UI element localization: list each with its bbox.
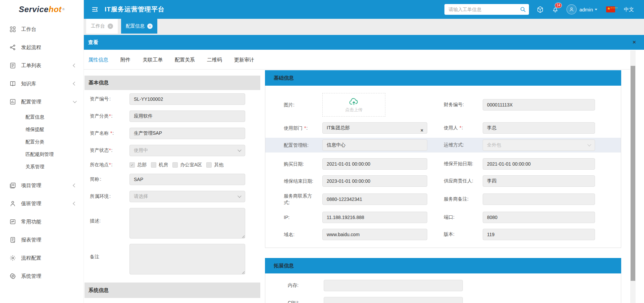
finance-no-input[interactable] [483, 99, 595, 111]
basic-info-panel: 基本信息 资产编号: 资产分类*: 资产名称 *: 资产状态*: 使用中 所在地… [85, 76, 260, 303]
asset-status-select[interactable]: 使用中 [129, 145, 245, 156]
field-row-ip-port: IP: 端口: [284, 212, 621, 223]
asset-class-input[interactable] [129, 111, 245, 122]
field-row-asset-no: 资产编号: [90, 93, 260, 105]
field-label: 财务编号 [444, 102, 463, 107]
buy-date-input[interactable] [322, 158, 427, 170]
close-tab-icon[interactable]: × [147, 24, 153, 29]
field-label: 运维方式 [444, 142, 463, 147]
remark-textarea[interactable] [129, 244, 245, 274]
field-label: 维保结束日期 [284, 178, 312, 184]
vertical-scrollbar-thumb[interactable] [631, 66, 635, 281]
sidebar-subitem-maintenance-reminder[interactable]: 维保提醒 [0, 123, 84, 136]
field-row-short-name: 简称: [90, 174, 260, 185]
tab-qr-code[interactable]: 二维码 [207, 57, 222, 69]
asset-name-input[interactable] [129, 128, 245, 139]
short-name-input[interactable] [129, 174, 245, 185]
cpu-input[interactable] [324, 297, 463, 303]
supplier-input[interactable] [483, 175, 595, 187]
field-label: 服务商备注 [444, 196, 467, 202]
tab-update-audit[interactable]: 更新审计 [234, 57, 254, 69]
field-label: 图片 [284, 102, 293, 107]
field-row-image-finance: 图片: 点击上传 财务编号: [284, 93, 621, 117]
memory-input[interactable] [324, 280, 463, 291]
apps-cube-icon[interactable] [536, 6, 544, 13]
sidebar-item-report-management[interactable]: 报表管理 [0, 231, 84, 249]
image-upload-button[interactable]: 点击上传 [322, 93, 385, 117]
use-dept-input[interactable] [322, 122, 427, 134]
tab-config-relations[interactable]: 配置关系 [175, 57, 195, 69]
sidebar-item-common-functions[interactable]: 常用功能 [0, 213, 84, 231]
sp-contact-input[interactable] [322, 193, 427, 205]
sidebar-subitem-match-rules[interactable]: 匹配规则管理 [0, 148, 84, 161]
ops-mode-select[interactable]: 全外包 [483, 139, 595, 151]
vertical-scrollbar-track[interactable] [630, 50, 636, 303]
language-switch[interactable]: 中文 [624, 6, 634, 13]
tab-attribute-info[interactable]: 属性信息 [88, 57, 108, 69]
checkbox-other[interactable] [206, 162, 212, 168]
location-checkbox-group: ✓ 总部 机房 办公室A区 其他 [129, 162, 228, 168]
maint-end-input[interactable] [322, 175, 427, 187]
basic-info-header: 基本信息 [85, 76, 260, 90]
field-label: 内存 [288, 283, 297, 288]
clear-icon[interactable]: × [421, 127, 423, 133]
sidebar-item-process-config[interactable]: 流程配置 [0, 249, 84, 267]
close-view-icon[interactable]: × [633, 39, 636, 46]
sidebar-subitem-relation-management[interactable]: 关系管理 [0, 161, 84, 173]
field-label: IP [284, 215, 288, 220]
sidebar-item-duty-management[interactable]: 值班管理 [0, 194, 84, 213]
asset-no-input[interactable] [129, 93, 245, 105]
description-textarea[interactable] [129, 208, 245, 239]
version-input[interactable] [483, 229, 595, 240]
sidebar-subitem-config-category[interactable]: 配置分类 [0, 136, 84, 148]
sidebar-item-start-process[interactable]: 发起流程 [0, 38, 84, 56]
domain-input[interactable] [322, 229, 427, 240]
sidebar-item-knowledge-base[interactable]: 知识库 [0, 75, 84, 93]
base-info-header: 基础信息 [265, 70, 621, 86]
tab-workbench[interactable]: 工作台 × [86, 19, 118, 34]
basic-info-form: 资产编号: 资产分类*: 资产名称 *: 资产状态*: 使用中 所在地点*: ✓… [85, 90, 260, 274]
caret-down-icon [595, 9, 597, 10]
environment-select[interactable]: 请选择 [129, 191, 245, 202]
field-label: 备注 [90, 254, 99, 259]
checkbox-server-room[interactable] [151, 162, 156, 168]
cfg-group-input[interactable] [322, 139, 427, 151]
search-input[interactable] [448, 7, 520, 12]
sidebar-item-system-management[interactable]: 系统管理 [0, 267, 84, 285]
close-tab-icon[interactable]: × [108, 24, 113, 29]
maint-start-input[interactable] [483, 158, 595, 170]
checkbox-hq[interactable]: ✓ [129, 162, 135, 168]
ip-input[interactable] [322, 212, 427, 223]
field-row-contact-remark: 服务商联系方式: 服务商备注: [284, 192, 621, 206]
user-input[interactable] [483, 122, 595, 134]
sidebar-item-ticket-list[interactable]: 工单列表 [0, 56, 84, 75]
menu-toggle-icon[interactable] [91, 6, 99, 13]
field-label: 端口 [444, 214, 453, 220]
tab-attachments[interactable]: 附件 [120, 57, 130, 69]
field-label: 服务商联系方式 [284, 193, 312, 205]
sidebar-item-workbench[interactable]: 工作台 [0, 20, 84, 38]
sidebar-item-config-management[interactable]: 配置管理 [0, 93, 84, 111]
tab-config-info[interactable]: 配置信息 × [121, 19, 157, 34]
search-icon[interactable] [520, 6, 526, 13]
field-row-remark: 备注 [90, 244, 260, 274]
user-avatar[interactable]: admin [567, 4, 597, 14]
field-row-buy-maintstart: 购买日期: 维保开始日期: [284, 158, 621, 170]
bar-chart-icon [9, 98, 16, 105]
notification-bell-icon[interactable]: 14 [551, 6, 559, 13]
field-label: 配置管理组 [284, 142, 307, 148]
sidebar-item-project-management[interactable]: 项目管理 [0, 176, 84, 194]
checkbox-office-a[interactable] [172, 162, 178, 168]
china-flag-icon[interactable]: ★ ★★★★ [606, 6, 615, 12]
field-row-location: 所在地点*: ✓ 总部 机房 办公室A区 其他 [90, 162, 260, 168]
sidebar-subitem-config-info[interactable]: 配置信息 [0, 111, 84, 123]
sp-remark-input[interactable] [483, 193, 595, 205]
field-row-environment: 所属环境: 请选择 [90, 191, 260, 202]
field-label: 版本 [444, 231, 453, 237]
tab-related-tickets[interactable]: 关联工单 [143, 57, 163, 69]
field-row-domain-version: 域名: 版本: [284, 229, 621, 240]
field-label: 资产编号 [90, 96, 109, 101]
port-input[interactable] [483, 212, 595, 223]
field-row-asset-name: 资产名称 *: [90, 128, 260, 139]
extension-info-form: 内存: CPU: [265, 273, 621, 303]
